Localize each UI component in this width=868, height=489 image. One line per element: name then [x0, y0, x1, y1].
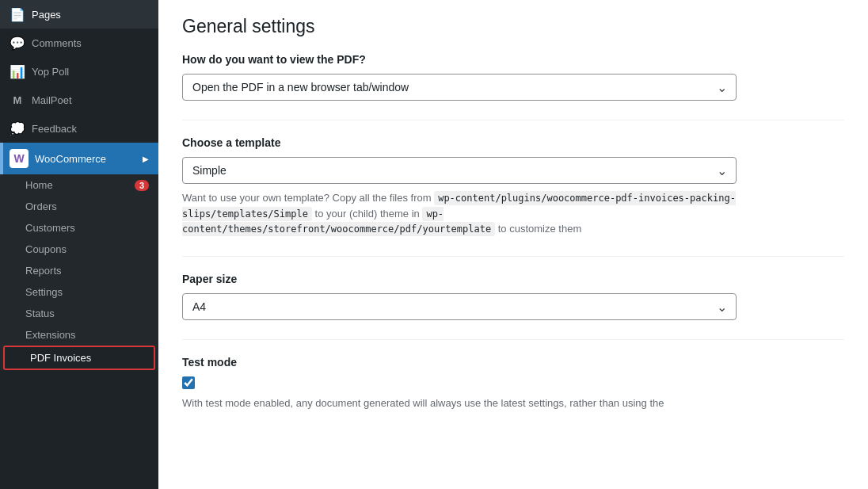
sidebar-item-yop-poll[interactable]: 📊 Yop Poll	[0, 57, 158, 86]
sidebar-item-label: Comments	[32, 37, 149, 49]
sidebar-item-home[interactable]: Home 3	[0, 174, 158, 196]
woocommerce-collapse-icon: ▶	[143, 155, 149, 163]
sidebar-item-pages[interactable]: 📄 Pages	[0, 0, 158, 29]
test-mode-checkbox-wrapper	[182, 376, 844, 389]
sidebar-item-label: Yop Poll	[32, 66, 149, 78]
pdf-invoices-label: PDF Invoices	[30, 352, 144, 364]
home-badge: 3	[135, 180, 149, 191]
sidebar: 📄 Pages 💬 Comments 📊 Yop Poll M MailPoet…	[0, 0, 158, 489]
woocommerce-icon: W	[10, 149, 29, 168]
divider-3	[182, 339, 844, 340]
sidebar-item-label: MailPoet	[32, 94, 149, 106]
sidebar-item-feedback[interactable]: 💭 Feedback	[0, 114, 158, 143]
test-mode-label: Test mode	[182, 356, 844, 369]
status-label: Status	[25, 308, 149, 319]
customers-label: Customers	[25, 222, 149, 234]
template-label: Choose a template	[182, 136, 844, 149]
paper-size-group: Paper size A4 Letter Legal ⌄	[182, 273, 844, 320]
pdf-view-select-wrapper: Open the PDF in a new browser tab/window…	[182, 74, 737, 101]
sidebar-item-label: Feedback	[32, 123, 149, 135]
coupons-label: Coupons	[25, 243, 149, 255]
sidebar-item-mailpoet[interactable]: M MailPoet	[0, 86, 158, 114]
pdf-view-label: How do you want to view the PDF?	[182, 53, 844, 66]
pages-icon: 📄	[10, 6, 25, 22]
sidebar-item-customers[interactable]: Customers	[0, 217, 158, 239]
home-label: Home	[25, 179, 128, 191]
sidebar-item-orders[interactable]: Orders	[0, 196, 158, 217]
yop-poll-icon: 📊	[10, 63, 25, 79]
divider-1	[182, 120, 844, 120]
woo-submenu: Home 3 Orders Customers Coupons Reports …	[0, 174, 158, 370]
template-desc-middle: to your (child) theme in	[312, 208, 422, 220]
paper-size-label: Paper size	[182, 273, 844, 285]
template-select[interactable]: Simple Modern Minimal	[182, 157, 737, 184]
comments-icon: 💬	[10, 35, 25, 51]
sidebar-item-status[interactable]: Status	[0, 303, 158, 324]
page-title: General settings	[182, 16, 844, 37]
template-desc-suffix: to customize them	[495, 223, 581, 235]
mailpoet-icon: M	[10, 92, 25, 108]
paper-size-select[interactable]: A4 Letter Legal	[182, 293, 737, 320]
sidebar-item-woocommerce[interactable]: W WooCommerce ▶	[0, 143, 158, 174]
template-desc-prefix: Want to use your own template? Copy all …	[182, 192, 434, 204]
extensions-label: Extensions	[25, 329, 149, 341]
template-description: Want to use your own template? Copy all …	[182, 190, 737, 237]
pdf-view-group: How do you want to view the PDF? Open th…	[182, 53, 844, 101]
test-mode-checkbox[interactable]	[182, 376, 195, 389]
divider-2	[182, 256, 844, 257]
sidebar-item-pdf-invoices[interactable]: PDF Invoices	[3, 346, 155, 370]
pdf-view-select[interactable]: Open the PDF in a new browser tab/window…	[182, 74, 737, 101]
woocommerce-label: WooCommerce	[35, 153, 136, 165]
template-group: Choose a template Simple Modern Minimal …	[182, 136, 844, 237]
test-mode-description: With test mode enabled, any document gen…	[182, 395, 737, 411]
main-content: General settings How do you want to view…	[158, 0, 868, 489]
orders-label: Orders	[25, 201, 149, 212]
sidebar-item-settings[interactable]: Settings	[0, 281, 158, 303]
sidebar-item-comments[interactable]: 💬 Comments	[0, 29, 158, 57]
sidebar-item-extensions[interactable]: Extensions	[0, 324, 158, 346]
sidebar-item-coupons[interactable]: Coupons	[0, 239, 158, 260]
sidebar-item-label: Pages	[32, 9, 149, 21]
reports-label: Reports	[25, 265, 149, 277]
sidebar-item-reports[interactable]: Reports	[0, 260, 158, 281]
settings-label: Settings	[25, 286, 149, 298]
template-select-wrapper: Simple Modern Minimal ⌄	[182, 157, 737, 184]
feedback-icon: 💭	[10, 120, 25, 136]
paper-size-select-wrapper: A4 Letter Legal ⌄	[182, 293, 737, 320]
test-mode-group: Test mode With test mode enabled, any do…	[182, 356, 844, 411]
